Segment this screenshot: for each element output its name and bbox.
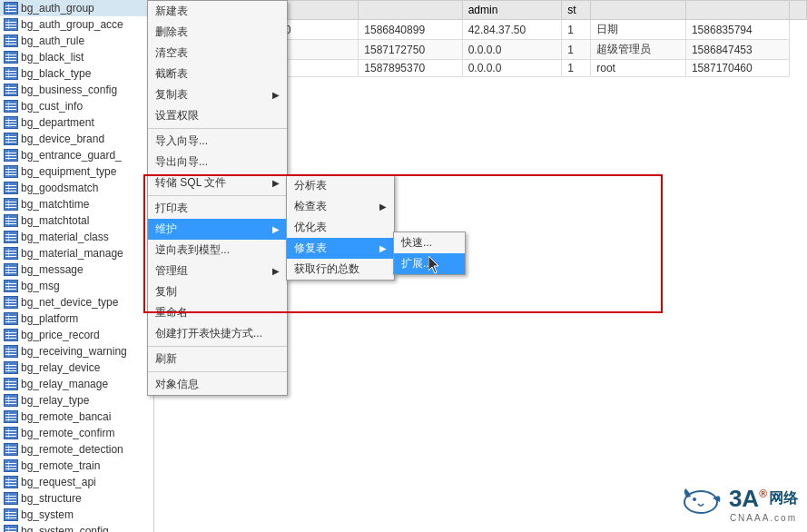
sidebar-item[interactable]: bg_black_type [0, 65, 153, 82]
menu-item-label: 截断表 [155, 66, 188, 82]
menu-item-label: 逆向表到模型... [155, 242, 230, 258]
sidebar-item[interactable]: bg_receiving_warning [0, 343, 153, 360]
sidebar-item-label: bg_black_list [21, 51, 84, 64]
submenu-arrow-icon: ▶ [272, 90, 280, 100]
menu-item[interactable]: 修复表▶ [287, 238, 394, 259]
sidebar-item[interactable]: bg_remote_confirm [0, 425, 153, 441]
col-data2: admin [462, 1, 562, 20]
sidebar-item[interactable]: bg_material_class [0, 229, 153, 245]
sidebar-item[interactable]: bg_relay_device [0, 360, 153, 376]
sidebar-item[interactable]: bg_equipment_type [0, 163, 153, 180]
context-menu-level1[interactable]: 新建表删除表清空表截断表复制表▶设置权限导入向导...导出向导...转储 SQL… [147, 0, 288, 396]
menu-item-label: 修复表 [294, 241, 327, 256]
sidebar-item[interactable]: bg_relay_manage [0, 376, 153, 392]
sidebar-item-label: bg_system [21, 508, 74, 521]
menu-item[interactable]: 维护▶ [148, 219, 287, 240]
sidebar-item[interactable]: bg_system_config [0, 523, 153, 532]
menu-item[interactable]: 打印表 [148, 198, 287, 219]
menu-item[interactable]: 创建打开表快捷方式... [148, 323, 287, 344]
menu-item[interactable]: 优化表 [287, 217, 394, 238]
sidebar-item[interactable]: bg_request_api [0, 474, 153, 490]
menu-item[interactable]: 对象信息 [148, 374, 287, 395]
menu-item[interactable]: 检查表▶ [287, 196, 394, 217]
sidebar-item-label: bg_system_config [21, 525, 109, 532]
menu-item[interactable]: 扩展... [394, 253, 465, 274]
menu-item-label: 创建打开表快捷方式... [155, 326, 262, 341]
sidebar[interactable]: bg_auth_groupbg_auth_group_accebg_auth_r… [0, 0, 154, 532]
menu-item-label: 重命名 [155, 305, 188, 320]
sidebar-item-label: bg_goodsmatch [21, 182, 98, 194]
table-cell: 1 [562, 20, 591, 40]
table-icon [4, 280, 18, 292]
sidebar-item[interactable]: bg_platform [0, 310, 153, 327]
menu-item[interactable]: 导出向导... [148, 152, 287, 172]
table-cell: 0.0.0.0 [462, 60, 562, 77]
sidebar-item[interactable]: bg_matchtotal [0, 212, 153, 229]
menu-separator [148, 128, 287, 129]
table-icon [4, 214, 18, 227]
sidebar-item[interactable]: bg_cust_info [0, 98, 153, 114]
sidebar-item[interactable]: bg_net_device_type [0, 294, 153, 310]
sidebar-item[interactable]: bg_auth_group [0, 0, 153, 16]
context-menu-level2[interactable]: 分析表检查表▶优化表修复表▶获取行的总数 [286, 174, 395, 281]
menu-item[interactable]: 快速... [394, 232, 465, 253]
col-data4 [591, 1, 686, 20]
menu-item-label: 清空表 [155, 45, 188, 61]
table-icon [4, 378, 18, 390]
sidebar-item[interactable]: bg_msg [0, 278, 153, 294]
sidebar-item-label: bg_auth_group_acce [21, 18, 123, 31]
sidebar-item[interactable]: bg_structure [0, 490, 153, 507]
menu-item[interactable]: 清空表 [148, 43, 287, 64]
sidebar-item[interactable]: bg_relay_type [0, 392, 153, 409]
menu-item[interactable]: 删除表 [148, 22, 287, 43]
sidebar-item[interactable]: bg_system [0, 507, 153, 523]
sidebar-item[interactable]: bg_entrance_guard_ [0, 147, 153, 163]
menu-item[interactable]: 刷新 [148, 349, 287, 369]
sidebar-item[interactable]: bg_material_manage [0, 245, 153, 261]
sidebar-item[interactable]: bg_department [0, 114, 153, 131]
sidebar-item-label: bg_department [21, 116, 94, 129]
col-data3: st [562, 1, 591, 20]
submenu-arrow-icon: ▶ [272, 266, 280, 276]
sidebar-item[interactable]: bg_auth_rule [0, 33, 153, 49]
menu-item[interactable]: 重命名 [148, 302, 287, 323]
sidebar-item[interactable]: bg_remote_detection [0, 441, 153, 458]
sidebar-item-label: bg_material_class [21, 231, 109, 243]
table-cell: 超级管理员 [591, 40, 686, 60]
sidebar-item-label: bg_matchtotal [21, 214, 89, 227]
logo-icon [678, 484, 723, 520]
menu-item[interactable]: 分析表 [287, 175, 394, 196]
sidebar-item[interactable]: bg_remote_bancai [0, 409, 153, 425]
sidebar-item-label: bg_remote_confirm [21, 427, 114, 439]
menu-item[interactable]: 设置权限 [148, 105, 287, 126]
logo-brand: 3A® [729, 485, 767, 513]
submenu-arrow-icon: ▶ [272, 178, 280, 188]
sidebar-item[interactable]: bg_business_config [0, 82, 153, 98]
menu-item[interactable]: 新建表 [148, 1, 287, 22]
logo-text: 3A® 网络 CNAAA.com [729, 485, 798, 523]
sidebar-item[interactable]: bg_black_list [0, 49, 153, 65]
table-icon [4, 247, 18, 260]
table-icon [4, 296, 18, 309]
table-cell: 1586840899 [359, 20, 462, 40]
menu-item[interactable]: 截断表 [148, 64, 287, 84]
table-icon [4, 100, 18, 113]
menu-item[interactable]: 获取行的总数 [287, 259, 394, 280]
sidebar-item[interactable]: bg_remote_train [0, 458, 153, 474]
menu-item[interactable]: 逆向表到模型... [148, 240, 287, 261]
sidebar-item[interactable]: bg_device_brand [0, 131, 153, 147]
context-menu-level3[interactable]: 快速...扩展... [393, 232, 466, 275]
sidebar-item[interactable]: bg_matchtime [0, 196, 153, 212]
sidebar-item-label: bg_business_config [21, 84, 117, 96]
sidebar-item[interactable]: bg_message [0, 261, 153, 278]
menu-item[interactable]: 转储 SQL 文件▶ [148, 172, 287, 193]
sidebar-item[interactable]: bg_auth_group_acce [0, 16, 153, 33]
sidebar-item[interactable]: bg_price_record [0, 327, 153, 343]
menu-item[interactable]: 管理组▶ [148, 261, 287, 281]
sidebar-item[interactable]: bg_goodsmatch [0, 180, 153, 196]
menu-item[interactable]: 导入向导... [148, 131, 287, 152]
menu-item[interactable]: 复制表▶ [148, 84, 287, 105]
menu-item[interactable]: 复制 [148, 281, 287, 302]
table-cell: 1 [562, 60, 591, 77]
table-icon [4, 492, 18, 505]
